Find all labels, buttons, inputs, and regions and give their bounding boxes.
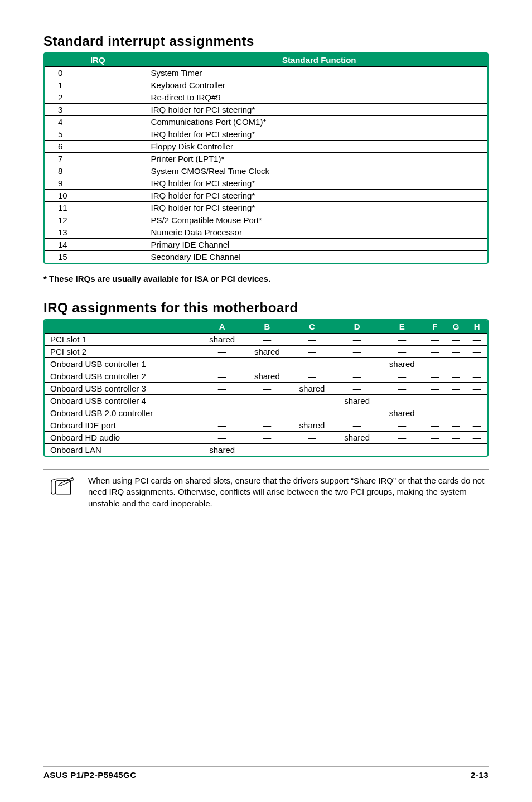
cell-value: —	[289, 432, 335, 444]
cell-value: —	[335, 419, 380, 432]
footnote-irq-availability: * These IRQs are usually available for I…	[43, 274, 489, 283]
cell-value: —	[424, 407, 446, 419]
note-callout: When using PCI cards on shared slots, en…	[43, 469, 489, 515]
cell-value: —	[424, 334, 446, 346]
th-col-h: H	[466, 320, 487, 334]
cell-value: —	[424, 432, 446, 444]
cell-function: Secondary IDE Channel	[151, 251, 487, 263]
cell-value: —	[466, 395, 487, 407]
cell-irq: 10	[45, 190, 151, 202]
cell-value: —	[466, 419, 487, 432]
cell-device-name: PCI slot 2	[45, 346, 200, 358]
table-row: Onboard IDE port——shared—————	[45, 419, 487, 432]
paper-pencil-icon	[50, 477, 75, 496]
cell-value: —	[446, 346, 467, 358]
cell-value: —	[245, 358, 290, 370]
cell-irq: 12	[45, 214, 151, 226]
cell-value: —	[446, 419, 467, 432]
th-col-e: E	[379, 320, 424, 334]
cell-irq: 2	[45, 91, 151, 104]
cell-function: System CMOS/Real Time Clock	[151, 165, 487, 177]
cell-irq: 13	[45, 226, 151, 239]
cell-function: Numeric Data Processor	[151, 226, 487, 239]
cell-device-name: Onboard HD audio	[45, 432, 200, 444]
cell-device-name: Onboard USB controller 4	[45, 395, 200, 407]
cell-value: —	[379, 432, 424, 444]
cell-value: —	[466, 432, 487, 444]
cell-value: —	[379, 395, 424, 407]
cell-value: shared	[245, 370, 290, 383]
cell-irq: 14	[45, 239, 151, 251]
cell-function: IRQ holder for PCI steering*	[151, 104, 487, 116]
th-device-name	[45, 320, 200, 334]
cell-device-name: Onboard LAN	[45, 444, 200, 456]
cell-value: —	[466, 370, 487, 383]
cell-function: Re-direct to IRQ#9	[151, 91, 487, 104]
cell-value: —	[200, 432, 245, 444]
cell-value: —	[200, 383, 245, 395]
table-row: Onboard USB controller 1————shared———	[45, 358, 487, 370]
cell-value: —	[289, 358, 335, 370]
cell-device-name: PCI slot 1	[45, 334, 200, 346]
cell-value: —	[245, 444, 290, 456]
cell-value: —	[245, 419, 290, 432]
cell-value: —	[466, 346, 487, 358]
th-irq: IRQ	[45, 54, 151, 67]
cell-value: —	[466, 383, 487, 395]
cell-value: —	[379, 419, 424, 432]
cell-function: Communications Port (COM1)*	[151, 116, 487, 128]
table-row: 2Re-direct to IRQ#9	[45, 91, 487, 104]
cell-value: shared	[200, 334, 245, 346]
table-row: Onboard USB controller 4———shared————	[45, 395, 487, 407]
cell-value: —	[466, 407, 487, 419]
cell-device-name: Onboard USB controller 1	[45, 358, 200, 370]
cell-value: —	[289, 407, 335, 419]
cell-value: —	[379, 444, 424, 456]
table-row: Onboard USB controller 3——shared—————	[45, 383, 487, 395]
th-col-g: G	[446, 320, 467, 334]
cell-value: —	[424, 395, 446, 407]
cell-value: —	[200, 407, 245, 419]
cell-value: —	[446, 334, 467, 346]
cell-value: —	[379, 370, 424, 383]
table-row: 13Numeric Data Processor	[45, 226, 487, 239]
cell-value: —	[466, 358, 487, 370]
cell-value: —	[245, 395, 290, 407]
table-row: 9IRQ holder for PCI steering*	[45, 177, 487, 190]
table-row: 0System Timer	[45, 67, 487, 79]
cell-value: —	[245, 383, 290, 395]
table-row: 15Secondary IDE Channel	[45, 251, 487, 263]
cell-irq: 11	[45, 202, 151, 214]
cell-function: IRQ holder for PCI steering*	[151, 190, 487, 202]
cell-value: —	[424, 383, 446, 395]
cell-device-name: Onboard USB 2.0 controller	[45, 407, 200, 419]
cell-value: —	[379, 346, 424, 358]
cell-irq: 0	[45, 67, 151, 79]
table-standard-interrupt-wrapper: IRQ Standard Function 0System Timer1Keyb…	[43, 52, 489, 264]
th-col-c: C	[289, 320, 335, 334]
cell-value: —	[335, 407, 380, 419]
cell-function: IRQ holder for PCI steering*	[151, 128, 487, 141]
cell-device-name: Onboard USB controller 2	[45, 370, 200, 383]
cell-irq: 9	[45, 177, 151, 190]
cell-value: —	[466, 444, 487, 456]
cell-value: —	[289, 444, 335, 456]
cell-value: —	[446, 395, 467, 407]
cell-value: —	[200, 346, 245, 358]
cell-function: Floppy Disk Controller	[151, 141, 487, 153]
cell-value: —	[335, 334, 380, 346]
cell-device-name: Onboard IDE port	[45, 419, 200, 432]
cell-value: —	[200, 419, 245, 432]
cell-value: —	[446, 407, 467, 419]
cell-value: —	[446, 432, 467, 444]
cell-value: —	[245, 407, 290, 419]
th-standard-function: Standard Function	[151, 54, 487, 67]
cell-value: —	[200, 370, 245, 383]
table-row: 4Communications Port (COM1)*	[45, 116, 487, 128]
cell-value: —	[424, 370, 446, 383]
table-row: PCI slot 1shared———————	[45, 334, 487, 346]
cell-irq: 5	[45, 128, 151, 141]
cell-value: —	[289, 370, 335, 383]
footer-page-number: 2-13	[471, 770, 489, 780]
cell-value: —	[446, 370, 467, 383]
